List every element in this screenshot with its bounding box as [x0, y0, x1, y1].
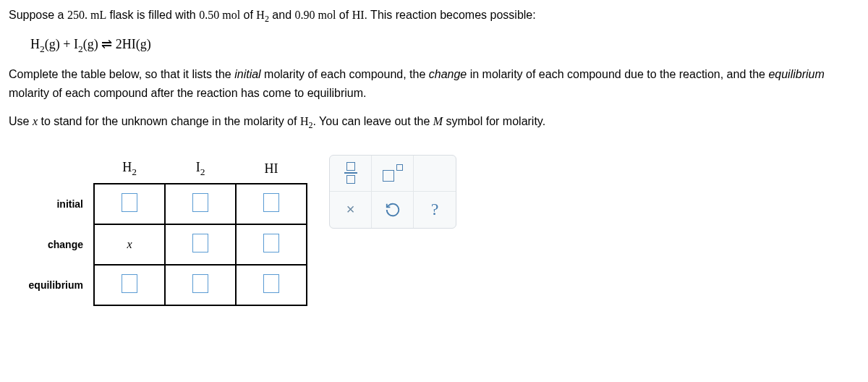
input-box[interactable]	[263, 234, 279, 252]
mol-h2: 0.50 mol	[199, 9, 240, 21]
superscript-icon	[383, 164, 403, 182]
help-button[interactable]: ?	[414, 192, 456, 228]
input-box[interactable]	[122, 274, 137, 293]
label-initial: initial	[14, 184, 94, 224]
species-hi: HI	[352, 9, 365, 21]
text: flask is filled with	[106, 9, 199, 21]
header-blank	[14, 155, 94, 184]
fraction-icon	[344, 162, 357, 184]
row-change: change x	[14, 224, 307, 265]
instructions-para-2: Complete the table below, so that it lis…	[9, 65, 859, 102]
close-icon: ×	[346, 201, 355, 218]
row-equilibrium: equilibrium	[14, 265, 307, 305]
toolbar-blank-1	[414, 156, 456, 192]
reset-button[interactable]	[372, 192, 414, 228]
cell-eq-i2[interactable]	[165, 265, 236, 305]
header-i2: I2	[165, 155, 236, 184]
superscript-button[interactable]	[372, 156, 414, 192]
reset-icon	[385, 202, 401, 218]
text: Suppose a	[9, 9, 67, 21]
fraction-button[interactable]	[330, 156, 372, 192]
cell-eq-h2[interactable]	[94, 265, 165, 305]
problem-line-1: Suppose a 250. mL flask is filled with 0…	[9, 6, 859, 26]
row-initial: initial	[14, 184, 307, 224]
instructions-para-3: Use x to stand for the unknown change in…	[9, 112, 859, 132]
cell-eq-hi[interactable]	[236, 265, 307, 305]
cell-change-h2[interactable]: x	[94, 224, 165, 265]
reaction-equation: H2(g) + I2(g) ⇌ 2HI(g)	[30, 36, 859, 55]
input-box[interactable]	[192, 234, 208, 252]
cell-initial-i2[interactable]	[165, 184, 236, 224]
cell-change-i2[interactable]	[165, 224, 236, 265]
input-box[interactable]	[192, 274, 208, 293]
cell-change-hi[interactable]	[236, 224, 307, 265]
help-icon: ?	[431, 200, 439, 219]
text: of	[240, 9, 256, 21]
text: . This reaction becomes possible:	[365, 9, 536, 21]
text: and	[269, 9, 295, 21]
toolbar: × ?	[329, 155, 456, 229]
text: of	[336, 9, 352, 21]
header-hi: HI	[236, 155, 307, 184]
header-h2: H2	[94, 155, 165, 184]
species-h2: H2	[256, 9, 269, 21]
change-h2-value: x	[127, 238, 132, 250]
input-box[interactable]	[263, 193, 279, 212]
cell-initial-hi[interactable]	[236, 184, 307, 224]
volume: 250. mL	[67, 9, 106, 21]
close-button[interactable]: ×	[330, 192, 372, 228]
label-change: change	[14, 224, 94, 265]
input-box[interactable]	[122, 193, 137, 212]
cell-initial-h2[interactable]	[94, 184, 165, 224]
label-equilibrium: equilibrium	[14, 265, 94, 305]
mol-hi: 0.90 mol	[295, 9, 336, 21]
ice-table: H2 I2 HI initial change x equilibrium	[14, 155, 307, 306]
input-box[interactable]	[192, 193, 208, 212]
input-box[interactable]	[263, 274, 279, 293]
